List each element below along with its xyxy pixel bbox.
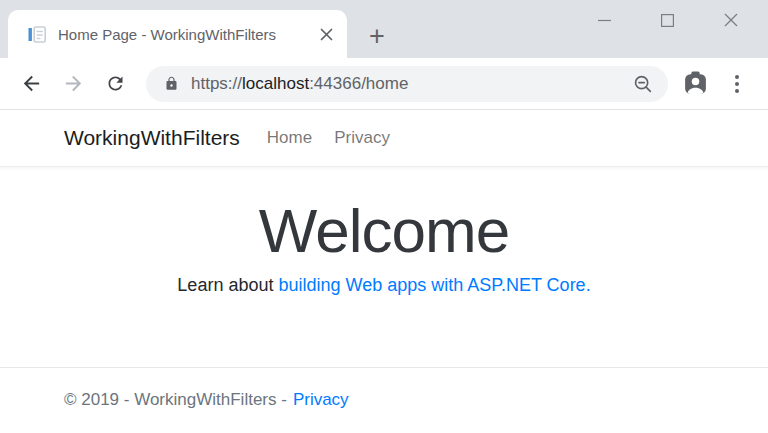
magnifier-minus-icon — [632, 73, 654, 95]
site-footer: © 2019 - WorkingWithFilters - Privacy — [0, 367, 768, 432]
active-tab[interactable]: Home Page - WorkingWithFilters — [8, 10, 347, 58]
tab-title: Home Page - WorkingWithFilters — [58, 26, 315, 43]
url-scheme: https:// — [191, 74, 242, 93]
nav-link-privacy[interactable]: Privacy — [334, 128, 390, 148]
padlock-glyph — [164, 76, 179, 91]
footer-privacy-link[interactable]: Privacy — [293, 390, 349, 410]
intro-link[interactable]: building Web apps with ASP.NET Core. — [278, 275, 590, 295]
close-window-icon — [723, 12, 739, 28]
url-text: https://localhost:44366/home — [191, 74, 628, 94]
arrow-right-icon — [62, 72, 85, 95]
intro-prefix: Learn about — [177, 275, 273, 295]
page-content: WorkingWithFilters Home Privacy Welcome … — [0, 110, 768, 432]
profile-icon — [682, 70, 709, 97]
close-window-button[interactable] — [699, 4, 762, 36]
nav-link-home[interactable]: Home — [267, 128, 312, 148]
favicon-icon — [28, 25, 47, 44]
close-icon — [320, 28, 333, 41]
url-host: localhost — [242, 74, 309, 93]
lock-icon[interactable] — [164, 76, 179, 91]
back-button[interactable] — [14, 67, 48, 101]
main-content: Welcome Learn aboutbuilding Web apps wit… — [0, 197, 768, 296]
plus-icon: + — [369, 23, 385, 50]
arrow-left-icon — [20, 72, 43, 95]
kebab-menu-icon — [735, 75, 739, 93]
welcome-heading: Welcome — [0, 197, 768, 265]
minimize-icon — [597, 13, 612, 28]
intro-text: Learn aboutbuilding Web apps with ASP.NE… — [0, 275, 768, 296]
zoom-out-button[interactable] — [628, 69, 658, 99]
profile-button[interactable] — [678, 67, 712, 101]
footer-copyright: © 2019 - WorkingWithFilters - — [64, 390, 287, 410]
browser-window: Home Page - WorkingWithFilters + — [0, 0, 768, 433]
browser-toolbar: https://localhost:44366/home — [0, 58, 768, 110]
maximize-button[interactable] — [636, 4, 699, 36]
address-bar[interactable]: https://localhost:44366/home — [146, 66, 668, 102]
url-path: :44366/home — [309, 74, 408, 93]
tab-close-button[interactable] — [315, 23, 337, 45]
minimize-button[interactable] — [573, 4, 636, 36]
window-controls — [573, 4, 762, 36]
menu-button[interactable] — [720, 67, 754, 101]
forward-button[interactable] — [56, 67, 90, 101]
site-navbar: WorkingWithFilters Home Privacy — [0, 110, 768, 167]
reload-button[interactable] — [98, 67, 132, 101]
new-tab-button[interactable]: + — [361, 20, 393, 52]
brand-link[interactable]: WorkingWithFilters — [64, 126, 240, 150]
tab-strip: Home Page - WorkingWithFilters + — [0, 0, 768, 58]
reload-icon — [105, 73, 126, 94]
maximize-icon — [660, 13, 675, 28]
